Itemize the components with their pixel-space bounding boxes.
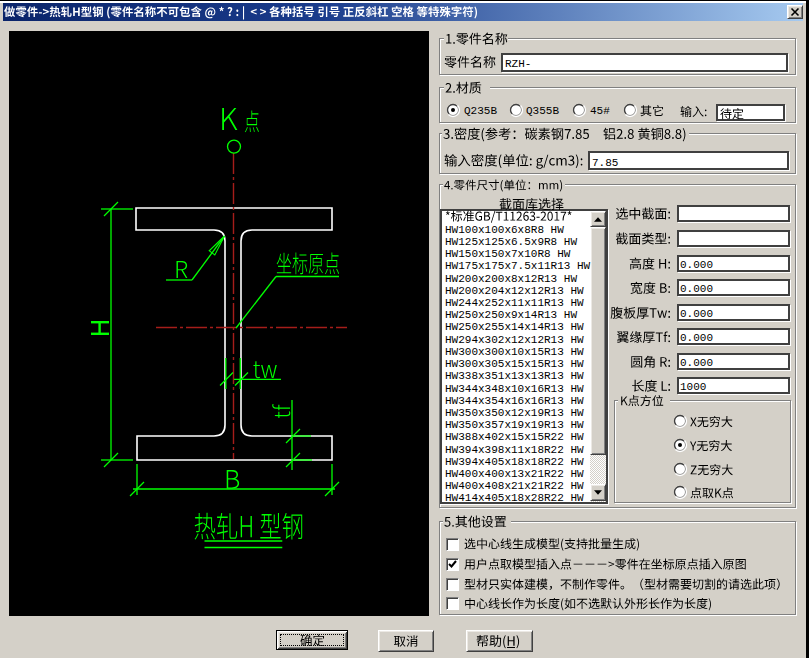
- svg-text:HW388x402x15x15R22 HW: HW388x402x15x15R22 HW: [445, 431, 584, 443]
- svg-text:HW200x200x8x12R13 HW: HW200x200x8x12R13 HW: [445, 273, 577, 285]
- svg-text:Q355B: Q355B: [526, 105, 559, 117]
- svg-text:HW394x398x11x18R22 HW: HW394x398x11x18R22 HW: [445, 444, 584, 456]
- svg-text:HW250x250x9x14R13 HW: HW250x250x9x14R13 HW: [445, 309, 577, 321]
- svg-text:HW100x100x6x8R8 HW: HW100x100x6x8R8 HW: [445, 224, 564, 236]
- svg-text:7.85: 7.85: [592, 157, 618, 169]
- svg-text:HW400x400x13x21R22 HW: HW400x400x13x21R22 HW: [445, 468, 584, 480]
- svg-text:HW300x305x15x15R13 HW: HW300x305x15x15R13 HW: [445, 358, 584, 370]
- svg-text:45#: 45#: [590, 105, 610, 117]
- svg-text:HW200x204x12x12R13 HW: HW200x204x12x12R13 HW: [445, 285, 584, 297]
- svg-text:HW150x150x7x10R8 HW: HW150x150x7x10R8 HW: [445, 248, 571, 260]
- svg-text:HW125x125x6.5x9R8 HW: HW125x125x6.5x9R8 HW: [445, 236, 577, 248]
- svg-text:0.000: 0.000: [680, 283, 713, 295]
- svg-text:HW244x252x11x11R13 HW: HW244x252x11x11R13 HW: [445, 297, 584, 309]
- svg-text:HW414x405x18x28R22 HW: HW414x405x18x28R22 HW: [445, 492, 584, 504]
- svg-text:0.000: 0.000: [680, 332, 713, 344]
- svg-text:HW344x348x10x16R13 HW: HW344x348x10x16R13 HW: [445, 383, 584, 395]
- svg-text:Q235B: Q235B: [464, 105, 497, 117]
- svg-text:HW300x300x10x15R13 HW: HW300x300x10x15R13 HW: [445, 346, 584, 358]
- svg-text:HW400x408x21x21R22 HW: HW400x408x21x21R22 HW: [445, 480, 584, 492]
- svg-text:HW250x255x14x14R13 HW: HW250x255x14x14R13 HW: [445, 321, 584, 333]
- svg-text:HW175x175x7.5x11R13 HW: HW175x175x7.5x11R13 HW: [445, 260, 591, 272]
- svg-text:RZH-: RZH-: [505, 58, 531, 70]
- svg-text:1000: 1000: [680, 381, 706, 393]
- svg-text:0.000: 0.000: [680, 259, 713, 271]
- svg-text:HW344x354x16x16R13 HW: HW344x354x16x16R13 HW: [445, 395, 584, 407]
- svg-text:0.000: 0.000: [680, 308, 713, 320]
- svg-text:HW294x302x12x12R13 HW: HW294x302x12x12R13 HW: [445, 334, 584, 346]
- svg-text:HW338x351x13x13R13 HW: HW338x351x13x13R13 HW: [445, 370, 584, 382]
- svg-text:HW350x350x12x19R13 HW: HW350x350x12x19R13 HW: [445, 407, 584, 419]
- svg-text:0.000: 0.000: [680, 357, 713, 369]
- svg-text:HW394x405x18x18R22 HW: HW394x405x18x18R22 HW: [445, 456, 584, 468]
- svg-text:HW350x357x19x19R13 HW: HW350x357x19x19R13 HW: [445, 419, 584, 431]
